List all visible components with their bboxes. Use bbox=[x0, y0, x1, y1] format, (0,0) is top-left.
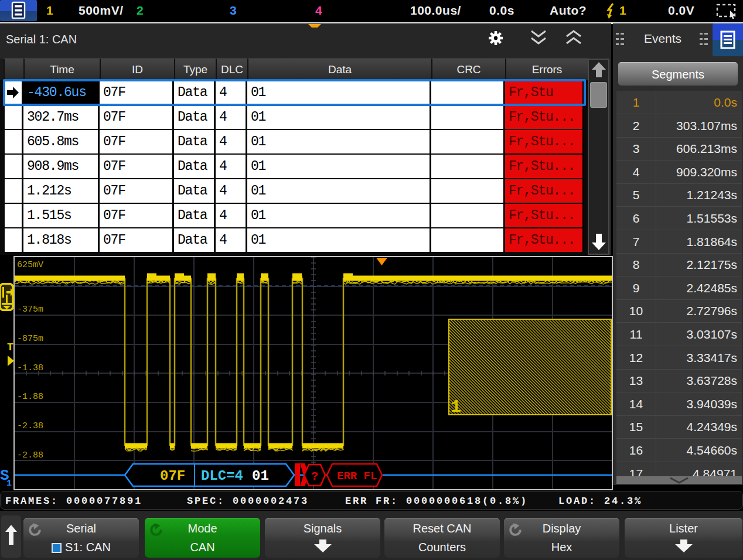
svg-text:DLC=4: DLC=4 bbox=[201, 468, 243, 484]
svg-text:01: 01 bbox=[252, 468, 269, 484]
svg-text:1: 1 bbox=[451, 397, 461, 417]
svg-text:07F: 07F bbox=[160, 468, 185, 484]
svg-text:ERR FL: ERR FL bbox=[337, 470, 377, 483]
svg-text:?: ? bbox=[311, 470, 318, 483]
